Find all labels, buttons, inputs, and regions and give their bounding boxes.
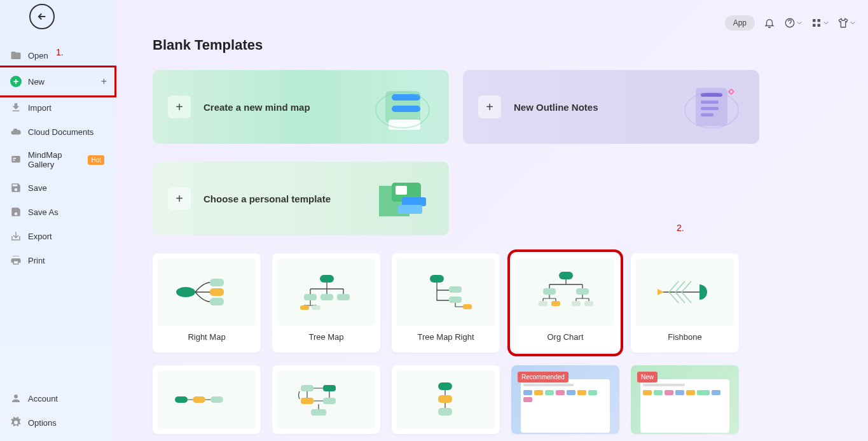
page-title: Blank Templates (153, 37, 830, 53)
sidebar-item-export[interactable]: Export (0, 224, 114, 248)
template-recommended[interactable]: Recommended (511, 365, 619, 434)
save-as-icon (10, 206, 22, 218)
chevron-down-icon (797, 20, 802, 25)
svg-rect-30 (300, 305, 309, 310)
sidebar-item-label: Save As (28, 207, 59, 217)
svg-rect-36 (559, 272, 573, 279)
svg-rect-33 (449, 286, 462, 293)
svg-rect-42 (584, 301, 593, 306)
sidebar-item-label: Cloud Documents (28, 127, 93, 137)
svg-rect-4 (818, 19, 821, 22)
gallery-icon (10, 154, 22, 165)
template-tree-map[interactable]: Tree Map (272, 253, 380, 353)
svg-rect-49 (301, 398, 313, 404)
svg-point-22 (176, 287, 195, 297)
plus-circle-icon: + (10, 76, 22, 87)
svg-rect-47 (301, 385, 313, 391)
plus-icon: + (168, 95, 191, 118)
help-menu[interactable] (784, 17, 802, 29)
template-preview (397, 258, 495, 326)
template-fishbone[interactable]: Fishbone (631, 253, 739, 353)
svg-rect-25 (210, 298, 224, 305)
svg-rect-3 (813, 19, 816, 22)
main-content: App Blank Templates + Create a new mind … (114, 0, 868, 441)
svg-rect-9 (392, 106, 420, 112)
sidebar-item-gallery[interactable]: MindMap Gallery Hot (0, 144, 114, 176)
template-tree-map-right[interactable]: Tree Map Right (392, 253, 500, 353)
template-horizontal[interactable] (153, 365, 261, 434)
new-badge: New (637, 372, 658, 382)
sidebar-item-cloud[interactable]: Cloud Documents (0, 120, 114, 144)
save-icon (10, 182, 22, 193)
shirt-menu[interactable] (837, 17, 855, 29)
svg-rect-37 (543, 288, 556, 295)
sidebar-item-label: Import (28, 103, 52, 113)
main-menu: Open + New + Import Cloud Documents Mind… (0, 43, 114, 386)
svg-rect-14 (701, 101, 719, 104)
back-button[interactable] (29, 4, 55, 29)
svg-rect-29 (337, 294, 350, 300)
sidebar-item-import[interactable]: Import (0, 95, 114, 120)
template-label: Org Chart (547, 332, 583, 342)
sidebar-item-label: Open (28, 51, 48, 60)
create-mindmap-card[interactable]: + Create a new mind map (153, 70, 449, 144)
svg-rect-48 (323, 385, 336, 391)
card-label: Choose a personal template (203, 193, 331, 204)
arrow-left-icon (36, 11, 48, 22)
cloud-icon (10, 126, 22, 137)
annotation-2: 2. (677, 223, 684, 233)
grid-menu[interactable] (811, 17, 829, 29)
svg-rect-39 (539, 301, 548, 306)
export-icon (10, 230, 22, 242)
svg-rect-31 (312, 305, 320, 310)
svg-rect-41 (572, 301, 581, 306)
svg-rect-40 (551, 301, 560, 306)
template-preview (397, 370, 495, 429)
template-label: Fishbone (668, 332, 701, 342)
print-icon (10, 255, 22, 266)
svg-rect-52 (438, 382, 452, 390)
bottom-menu: Account Options (0, 386, 114, 435)
svg-rect-15 (701, 107, 719, 110)
template-preview (516, 258, 614, 326)
template-flow[interactable] (272, 365, 380, 434)
chevron-down-icon (850, 20, 855, 25)
chevron-down-icon (823, 20, 829, 25)
template-visual-icon (366, 167, 443, 230)
folder-icon (10, 50, 22, 61)
new-outline-card[interactable]: + New Outline Notes (463, 70, 759, 144)
svg-rect-45 (193, 396, 205, 403)
plus-icon: + (168, 187, 191, 210)
svg-marker-43 (658, 289, 664, 295)
sidebar-item-label: Print (28, 256, 45, 265)
template-right-map[interactable]: Right Map (153, 253, 261, 353)
bell-icon[interactable] (764, 17, 775, 29)
app-pill[interactable]: App (725, 15, 755, 31)
sidebar-item-open[interactable]: Open (0, 43, 114, 67)
template-vertical[interactable] (392, 365, 500, 434)
shirt-icon (837, 17, 849, 29)
svg-rect-23 (210, 279, 224, 286)
svg-rect-21 (398, 205, 422, 214)
sidebar-item-new[interactable]: + New + (0, 66, 116, 97)
template-org-chart[interactable]: Org Chart (511, 253, 619, 353)
svg-rect-6 (818, 24, 821, 27)
sidebar-item-save[interactable]: Save (0, 176, 114, 200)
svg-rect-53 (438, 395, 452, 403)
expand-plus-icon: + (101, 76, 107, 87)
sidebar-item-saveas[interactable]: Save As (0, 200, 114, 224)
screenshot-preview (640, 379, 729, 433)
sidebar-item-label: Save (28, 183, 47, 193)
template-new[interactable]: New (631, 365, 739, 434)
sidebar-item-account[interactable]: Account (0, 386, 114, 410)
svg-rect-54 (438, 408, 452, 416)
sidebar-item-label: Account (28, 394, 58, 403)
choose-template-card[interactable]: + Choose a personal template (153, 162, 449, 235)
svg-rect-28 (320, 294, 333, 300)
sidebar-item-print[interactable]: Print (0, 248, 114, 272)
template-preview (636, 258, 734, 326)
template-label: Tree Map Right (417, 332, 474, 342)
sidebar-item-options[interactable]: Options (0, 410, 114, 435)
gear-icon (10, 417, 22, 428)
outline-visual-icon (677, 75, 753, 139)
